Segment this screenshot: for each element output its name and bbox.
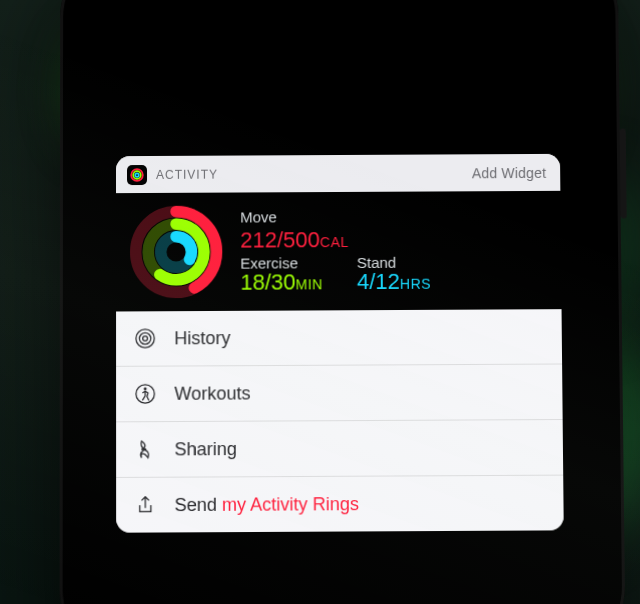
sharing-icon (134, 438, 156, 460)
svg-point-4 (136, 211, 217, 292)
svg-point-5 (148, 224, 204, 280)
quick-actions-menu: History Workouts Sharing (116, 309, 564, 533)
svg-point-10 (139, 333, 150, 345)
send-label-accent: my Activity Rings (222, 493, 359, 514)
bg-blob (430, 15, 580, 165)
phone-frame: ACTIVITY Add Widget (60, 0, 626, 604)
workouts-icon (134, 383, 156, 405)
widget-title: ACTIVITY (156, 168, 218, 182)
widget-header-left: ACTIVITY (127, 165, 218, 185)
exercise-value: 18/30 (240, 270, 295, 295)
svg-point-6 (148, 224, 204, 280)
menu-item-send-rings[interactable]: Send my Activity Rings (116, 475, 564, 533)
bg-blob (150, 15, 300, 165)
menu-label: Sharing (174, 438, 236, 460)
svg-point-0 (131, 169, 143, 181)
bg-blob (130, 310, 390, 570)
widget-header: ACTIVITY Add Widget (116, 154, 560, 193)
history-icon (134, 327, 156, 349)
svg-point-13 (144, 387, 147, 390)
stand-column: Stand 4/12HRS (357, 254, 431, 293)
stage-photo-background: ACTIVITY Add Widget (0, 0, 640, 604)
move-value: 212/500 (240, 228, 320, 253)
activity-summary-panel: Move 212/500CAL Exercise 18/30MIN (116, 191, 562, 312)
stand-unit: HRS (400, 276, 431, 292)
menu-label: History (174, 327, 230, 348)
svg-point-12 (136, 385, 154, 404)
phone-bezel: ACTIVITY Add Widget (80, 0, 606, 604)
move-value-row: 212/500CAL (240, 227, 547, 252)
menu-label: Workouts (174, 383, 250, 405)
exercise-unit: MIN (296, 277, 323, 293)
menu-item-sharing[interactable]: Sharing (116, 419, 563, 477)
stand-value: 4/12 (357, 269, 400, 294)
svg-point-7 (161, 236, 192, 267)
svg-point-2 (135, 173, 139, 177)
move-label-row: Move (240, 208, 547, 226)
svg-point-3 (136, 211, 217, 292)
add-widget-button[interactable]: Add Widget (472, 165, 547, 181)
activity-metrics: Move 212/500CAL Exercise 18/30MIN (240, 208, 547, 295)
bg-blob (390, 300, 640, 560)
send-label-prefix: Send (175, 494, 222, 515)
phone-screen: ACTIVITY Add Widget (98, 1, 587, 604)
move-unit: CAL (320, 234, 349, 250)
bg-blob (300, 15, 430, 145)
svg-point-8 (161, 236, 192, 267)
quick-action-popup: ACTIVITY Add Widget (116, 154, 564, 533)
exercise-column: Exercise 18/30MIN (240, 255, 323, 294)
exercise-label: Exercise (240, 255, 322, 271)
stand-label: Stand (357, 254, 431, 270)
menu-item-workouts[interactable]: Workouts (116, 363, 563, 421)
svg-point-1 (133, 171, 141, 179)
bg-blob (80, 40, 170, 140)
svg-point-9 (136, 329, 154, 348)
phone-side-button (620, 129, 627, 219)
svg-point-11 (143, 336, 148, 341)
activity-rings-icon (128, 204, 224, 301)
share-icon (134, 494, 156, 516)
menu-item-history[interactable]: History (116, 309, 562, 366)
bg-blob (540, 170, 640, 330)
move-label: Move (240, 208, 277, 225)
activity-app-icon (127, 165, 147, 185)
menu-label: Send my Activity Rings (175, 493, 360, 515)
